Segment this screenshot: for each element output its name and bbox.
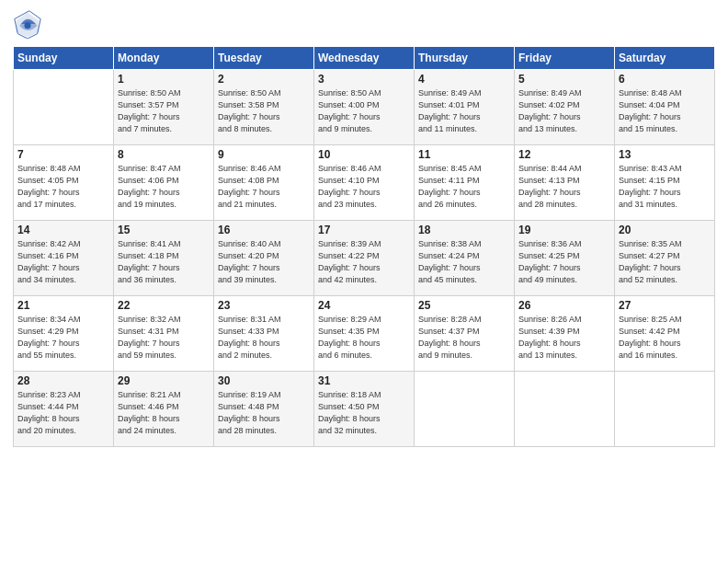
header-day-tuesday: Tuesday <box>214 47 314 70</box>
day-info: Sunrise: 8:50 AM Sunset: 4:00 PM Dayligh… <box>318 87 410 135</box>
day-info: Sunrise: 8:21 AM Sunset: 4:46 PM Dayligh… <box>118 389 210 437</box>
calendar-cell: 19Sunrise: 8:36 AM Sunset: 4:25 PM Dayli… <box>515 221 615 296</box>
day-info: Sunrise: 8:39 AM Sunset: 4:22 PM Dayligh… <box>318 238 410 286</box>
calendar-week-row: 28Sunrise: 8:23 AM Sunset: 4:44 PM Dayli… <box>14 372 715 447</box>
day-number: 20 <box>619 224 711 236</box>
calendar-cell: 26Sunrise: 8:26 AM Sunset: 4:39 PM Dayli… <box>515 296 615 372</box>
day-number: 28 <box>17 374 109 387</box>
day-info: Sunrise: 8:31 AM Sunset: 4:33 PM Dayligh… <box>218 314 310 362</box>
day-number: 23 <box>218 299 310 312</box>
day-number: 3 <box>318 73 410 86</box>
calendar-cell: 5Sunrise: 8:49 AM Sunset: 4:02 PM Daylig… <box>515 70 615 145</box>
calendar-cell: 12Sunrise: 8:44 AM Sunset: 4:13 PM Dayli… <box>515 145 615 221</box>
calendar-cell: 6Sunrise: 8:48 AM Sunset: 4:04 PM Daylig… <box>615 70 715 145</box>
calendar-table: SundayMondayTuesdayWednesdayThursdayFrid… <box>13 46 715 447</box>
day-info: Sunrise: 8:28 AM Sunset: 4:37 PM Dayligh… <box>418 314 510 362</box>
day-number: 26 <box>518 299 610 312</box>
calendar-cell: 8Sunrise: 8:47 AM Sunset: 4:06 PM Daylig… <box>114 145 214 221</box>
day-number: 2 <box>218 73 310 86</box>
day-number: 21 <box>17 299 109 312</box>
calendar-cell: 1Sunrise: 8:50 AM Sunset: 3:57 PM Daylig… <box>114 70 214 145</box>
calendar-header-row: SundayMondayTuesdayWednesdayThursdayFrid… <box>14 47 715 70</box>
calendar-cell <box>415 372 515 447</box>
day-info: Sunrise: 8:46 AM Sunset: 4:10 PM Dayligh… <box>318 163 410 211</box>
day-number: 4 <box>418 73 510 86</box>
calendar-cell: 29Sunrise: 8:21 AM Sunset: 4:46 PM Dayli… <box>114 372 214 447</box>
day-number: 27 <box>619 299 711 312</box>
day-number: 30 <box>218 374 310 387</box>
day-number: 16 <box>218 224 310 236</box>
day-number: 1 <box>118 73 210 86</box>
header-day-monday: Monday <box>114 47 214 70</box>
calendar-cell: 27Sunrise: 8:25 AM Sunset: 4:42 PM Dayli… <box>615 296 715 372</box>
calendar-cell: 22Sunrise: 8:32 AM Sunset: 4:31 PM Dayli… <box>114 296 214 372</box>
header-day-saturday: Saturday <box>615 47 715 70</box>
day-info: Sunrise: 8:19 AM Sunset: 4:48 PM Dayligh… <box>218 389 310 437</box>
calendar-cell: 13Sunrise: 8:43 AM Sunset: 4:15 PM Dayli… <box>615 145 715 221</box>
day-number: 24 <box>318 299 410 312</box>
day-number: 29 <box>118 374 210 387</box>
header <box>13 9 715 39</box>
day-info: Sunrise: 8:29 AM Sunset: 4:35 PM Dayligh… <box>318 314 410 362</box>
calendar-cell: 30Sunrise: 8:19 AM Sunset: 4:48 PM Dayli… <box>214 372 314 447</box>
day-info: Sunrise: 8:45 AM Sunset: 4:11 PM Dayligh… <box>418 163 510 211</box>
calendar-cell: 20Sunrise: 8:35 AM Sunset: 4:27 PM Dayli… <box>615 221 715 296</box>
day-number: 6 <box>619 73 711 86</box>
calendar-week-row: 1Sunrise: 8:50 AM Sunset: 3:57 PM Daylig… <box>14 70 715 145</box>
day-info: Sunrise: 8:26 AM Sunset: 4:39 PM Dayligh… <box>518 314 610 362</box>
calendar-cell: 28Sunrise: 8:23 AM Sunset: 4:44 PM Dayli… <box>14 372 114 447</box>
day-info: Sunrise: 8:34 AM Sunset: 4:29 PM Dayligh… <box>17 314 109 362</box>
day-info: Sunrise: 8:49 AM Sunset: 4:02 PM Dayligh… <box>518 87 610 135</box>
calendar-cell: 16Sunrise: 8:40 AM Sunset: 4:20 PM Dayli… <box>214 221 314 296</box>
day-info: Sunrise: 8:36 AM Sunset: 4:25 PM Dayligh… <box>518 238 610 286</box>
calendar-cell: 31Sunrise: 8:18 AM Sunset: 4:50 PM Dayli… <box>314 372 415 447</box>
calendar-cell: 23Sunrise: 8:31 AM Sunset: 4:33 PM Dayli… <box>214 296 314 372</box>
page-container: SundayMondayTuesdayWednesdayThursdayFrid… <box>0 0 728 563</box>
day-number: 7 <box>17 148 109 161</box>
day-number: 8 <box>118 148 210 161</box>
calendar-cell: 14Sunrise: 8:42 AM Sunset: 4:16 PM Dayli… <box>14 221 114 296</box>
calendar-cell: 9Sunrise: 8:46 AM Sunset: 4:08 PM Daylig… <box>214 145 314 221</box>
day-info: Sunrise: 8:44 AM Sunset: 4:13 PM Dayligh… <box>518 163 610 211</box>
calendar-week-row: 7Sunrise: 8:48 AM Sunset: 4:05 PM Daylig… <box>14 145 715 221</box>
logo-icon <box>13 9 42 39</box>
calendar-cell <box>14 70 114 145</box>
svg-point-2 <box>24 22 30 29</box>
day-number: 18 <box>418 224 510 236</box>
day-info: Sunrise: 8:38 AM Sunset: 4:24 PM Dayligh… <box>418 238 510 286</box>
day-info: Sunrise: 8:50 AM Sunset: 3:57 PM Dayligh… <box>118 87 210 135</box>
calendar-cell: 4Sunrise: 8:49 AM Sunset: 4:01 PM Daylig… <box>415 70 515 145</box>
header-day-wednesday: Wednesday <box>314 47 415 70</box>
day-number: 31 <box>318 374 410 387</box>
calendar-cell: 15Sunrise: 8:41 AM Sunset: 4:18 PM Dayli… <box>114 221 214 296</box>
day-info: Sunrise: 8:18 AM Sunset: 4:50 PM Dayligh… <box>318 389 410 437</box>
day-info: Sunrise: 8:46 AM Sunset: 4:08 PM Dayligh… <box>218 163 310 211</box>
calendar-cell: 7Sunrise: 8:48 AM Sunset: 4:05 PM Daylig… <box>14 145 114 221</box>
day-info: Sunrise: 8:23 AM Sunset: 4:44 PM Dayligh… <box>17 389 109 437</box>
calendar-cell: 25Sunrise: 8:28 AM Sunset: 4:37 PM Dayli… <box>415 296 515 372</box>
day-number: 9 <box>218 148 310 161</box>
calendar-week-row: 21Sunrise: 8:34 AM Sunset: 4:29 PM Dayli… <box>14 296 715 372</box>
calendar-cell: 17Sunrise: 8:39 AM Sunset: 4:22 PM Dayli… <box>314 221 415 296</box>
day-number: 14 <box>17 224 109 236</box>
day-number: 5 <box>518 73 610 86</box>
header-day-friday: Friday <box>515 47 615 70</box>
day-number: 11 <box>418 148 510 161</box>
calendar-cell: 24Sunrise: 8:29 AM Sunset: 4:35 PM Dayli… <box>314 296 415 372</box>
day-info: Sunrise: 8:48 AM Sunset: 4:04 PM Dayligh… <box>619 87 711 135</box>
calendar-cell: 10Sunrise: 8:46 AM Sunset: 4:10 PM Dayli… <box>314 145 415 221</box>
day-info: Sunrise: 8:49 AM Sunset: 4:01 PM Dayligh… <box>418 87 510 135</box>
day-info: Sunrise: 8:42 AM Sunset: 4:16 PM Dayligh… <box>17 238 109 286</box>
logo <box>13 9 46 39</box>
day-info: Sunrise: 8:43 AM Sunset: 4:15 PM Dayligh… <box>619 163 711 211</box>
calendar-week-row: 14Sunrise: 8:42 AM Sunset: 4:16 PM Dayli… <box>14 221 715 296</box>
calendar-cell: 11Sunrise: 8:45 AM Sunset: 4:11 PM Dayli… <box>415 145 515 221</box>
day-number: 10 <box>318 148 410 161</box>
day-number: 25 <box>418 299 510 312</box>
day-info: Sunrise: 8:41 AM Sunset: 4:18 PM Dayligh… <box>118 238 210 286</box>
calendar-cell <box>515 372 615 447</box>
calendar-cell: 3Sunrise: 8:50 AM Sunset: 4:00 PM Daylig… <box>314 70 415 145</box>
day-info: Sunrise: 8:35 AM Sunset: 4:27 PM Dayligh… <box>619 238 711 286</box>
day-number: 15 <box>118 224 210 236</box>
day-number: 12 <box>518 148 610 161</box>
